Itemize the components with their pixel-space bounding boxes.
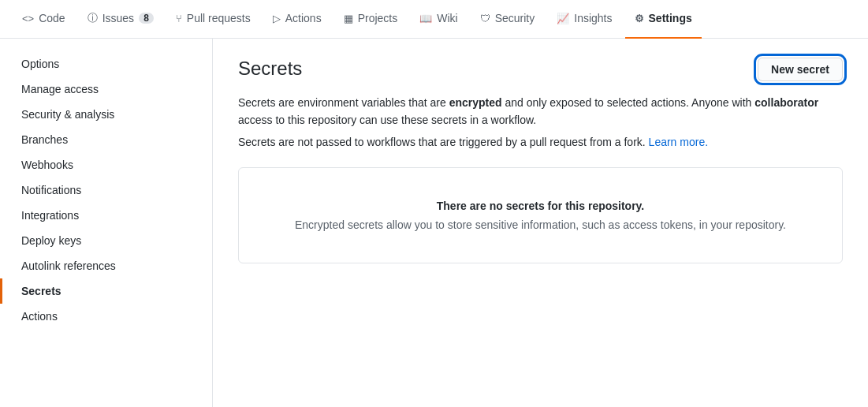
nav-insights-label: Insights bbox=[574, 12, 612, 24]
top-nav: <> Code ⓘ Issues 8 ⑂ Pull requests ▷ Act… bbox=[0, 0, 868, 39]
nav-settings-label: Settings bbox=[649, 12, 692, 24]
empty-state-title: There are no secrets for this repository… bbox=[258, 200, 823, 212]
page-header: Secrets New secret bbox=[238, 58, 843, 81]
nav-settings[interactable]: ⚙ Settings bbox=[625, 0, 702, 39]
sidebar-item-options[interactable]: Options bbox=[0, 51, 212, 77]
issues-badge: 8 bbox=[139, 13, 154, 24]
empty-state-description: Encrypted secrets allow you to store sen… bbox=[258, 218, 823, 231]
wiki-icon: 📖 bbox=[419, 13, 432, 24]
nav-security[interactable]: 🛡 Security bbox=[471, 0, 545, 39]
description-line1: Secrets are environment variables that a… bbox=[238, 94, 843, 129]
sidebar-item-branches[interactable]: Branches bbox=[0, 127, 212, 152]
learn-more-link[interactable]: Learn more. bbox=[649, 136, 708, 148]
description-note: Secrets are not passed to workflows that… bbox=[238, 136, 843, 148]
sidebar: Options Manage access Security & analysi… bbox=[0, 39, 213, 407]
nav-issues-label: Issues bbox=[102, 12, 134, 24]
page-layout: Options Manage access Security & analysi… bbox=[0, 39, 868, 407]
nav-projects[interactable]: ▦ Projects bbox=[334, 0, 408, 39]
sidebar-item-integrations[interactable]: Integrations bbox=[0, 203, 212, 228]
nav-wiki-label: Wiki bbox=[437, 12, 457, 24]
sidebar-item-notifications[interactable]: Notifications bbox=[0, 177, 212, 203]
nav-actions[interactable]: ▷ Actions bbox=[263, 0, 331, 39]
insights-icon: 📈 bbox=[557, 13, 569, 24]
code-icon: <> bbox=[22, 13, 34, 24]
sidebar-item-manage-access[interactable]: Manage access bbox=[0, 77, 212, 102]
actions-icon: ▷ bbox=[273, 13, 281, 24]
nav-wiki[interactable]: 📖 Wiki bbox=[410, 0, 467, 39]
nav-security-label: Security bbox=[495, 12, 535, 24]
nav-code-label: Code bbox=[39, 12, 65, 24]
page-title: Secrets bbox=[238, 58, 302, 80]
issues-icon: ⓘ bbox=[88, 11, 98, 25]
nav-actions-label: Actions bbox=[285, 12, 322, 24]
bold-encrypted: encrypted bbox=[449, 96, 502, 109]
new-secret-button[interactable]: New secret bbox=[758, 58, 843, 81]
projects-icon: ▦ bbox=[344, 13, 353, 24]
pull-requests-icon: ⑂ bbox=[176, 13, 182, 24]
security-icon: 🛡 bbox=[480, 13, 490, 24]
main-content: Secrets New secret Secrets are environme… bbox=[213, 39, 868, 407]
nav-projects-label: Projects bbox=[358, 12, 398, 24]
sidebar-item-deploy-keys[interactable]: Deploy keys bbox=[0, 228, 212, 253]
nav-issues[interactable]: ⓘ Issues 8 bbox=[78, 0, 163, 39]
sidebar-item-webhooks[interactable]: Webhooks bbox=[0, 152, 212, 177]
nav-pull-requests[interactable]: ⑂ Pull requests bbox=[166, 0, 260, 39]
settings-icon: ⚙ bbox=[635, 13, 644, 24]
sidebar-item-actions[interactable]: Actions bbox=[0, 304, 212, 329]
bold-collaborator: collaborator bbox=[754, 96, 818, 109]
nav-pull-requests-label: Pull requests bbox=[187, 12, 251, 24]
empty-state: There are no secrets for this repository… bbox=[238, 167, 843, 263]
nav-insights[interactable]: 📈 Insights bbox=[547, 0, 621, 39]
sidebar-item-autolink-references[interactable]: Autolink references bbox=[0, 253, 212, 278]
sidebar-item-security-analysis[interactable]: Security & analysis bbox=[0, 102, 212, 127]
nav-code[interactable]: <> Code bbox=[13, 0, 75, 39]
sidebar-item-secrets[interactable]: Secrets bbox=[0, 278, 212, 304]
